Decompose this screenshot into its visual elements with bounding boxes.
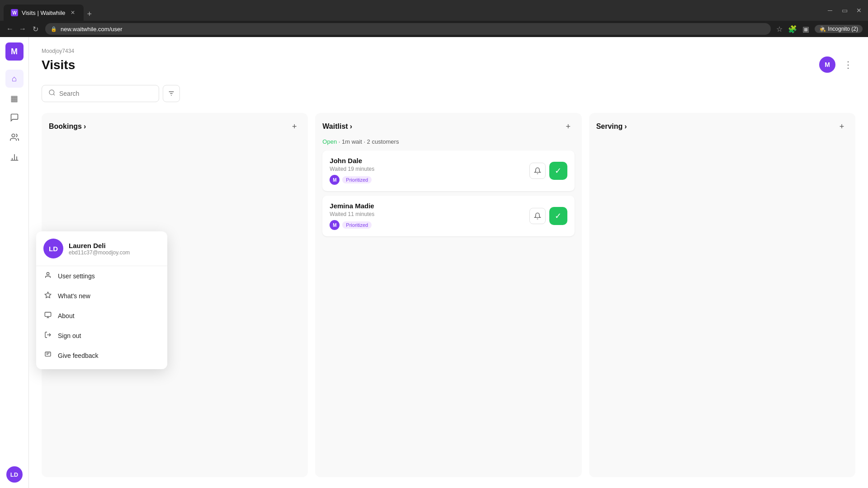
sidebar-item-calendar[interactable]: ▦ bbox=[5, 89, 24, 108]
sign-out-label: Sign out bbox=[58, 332, 81, 339]
dropdown-sign-out[interactable]: Sign out bbox=[36, 326, 167, 346]
svg-line-6 bbox=[53, 94, 55, 95]
user-dropdown-menu: LD Lauren Deli ebd11c37@moodjoy.com User… bbox=[36, 231, 167, 369]
breadcrumb: Moodjoy7434 bbox=[42, 48, 75, 54]
window-controls: ─ ▭ ✕ bbox=[825, 5, 864, 16]
jemina-madie-avatar: M bbox=[330, 220, 340, 230]
svg-marker-11 bbox=[45, 292, 51, 298]
bookings-header: Bookings › + bbox=[49, 120, 301, 133]
about-icon bbox=[43, 311, 52, 320]
jemina-madie-actions: ✓ bbox=[529, 207, 567, 225]
sidebar-bottom: LD bbox=[6, 466, 23, 483]
bookings-add-button[interactable]: + bbox=[288, 120, 301, 133]
search-icon bbox=[48, 89, 56, 98]
give-feedback-label: Give feedback bbox=[58, 352, 99, 359]
jemina-madie-wait: Waited 11 minutes bbox=[330, 211, 529, 217]
url-text: new.waitwhile.com/user bbox=[61, 26, 123, 33]
user-settings-icon bbox=[43, 272, 52, 281]
sidebar-item-analytics[interactable] bbox=[5, 149, 24, 167]
chat-icon bbox=[10, 113, 19, 124]
split-view-icon[interactable]: ▣ bbox=[802, 25, 809, 33]
john-dale-meta: M Prioritized bbox=[330, 175, 529, 185]
tab-favicon: W bbox=[11, 9, 18, 16]
jemina-madie-check-button[interactable]: ✓ bbox=[549, 207, 567, 225]
bookmark-icon[interactable]: ☆ bbox=[776, 25, 783, 33]
dropdown-user-info: LD Lauren Deli ebd11c37@moodjoy.com bbox=[36, 239, 167, 266]
user-settings-label: User settings bbox=[58, 272, 95, 280]
dropdown-whats-new[interactable]: What's new bbox=[36, 286, 167, 306]
waitlist-title[interactable]: Waitlist › bbox=[322, 122, 352, 131]
john-dale-name: John Dale bbox=[330, 157, 529, 164]
search-bar bbox=[42, 85, 855, 102]
sidebar-item-chat[interactable] bbox=[5, 109, 24, 127]
ssl-lock-icon: 🔒 bbox=[51, 26, 57, 32]
serving-add-button[interactable]: + bbox=[835, 120, 848, 133]
john-dale-actions: ✓ bbox=[529, 162, 567, 180]
active-tab[interactable]: W Visits | Waitwhile ✕ bbox=[4, 5, 84, 21]
waitlist-status: Open · 1m wait · 2 customers bbox=[322, 138, 574, 145]
dropdown-give-feedback[interactable]: Give feedback bbox=[36, 346, 167, 366]
dropdown-about[interactable]: About bbox=[36, 306, 167, 326]
dropdown-user-settings[interactable]: User settings bbox=[36, 266, 167, 286]
jemina-madie-meta: M Prioritized bbox=[330, 220, 529, 230]
search-input-wrapper[interactable] bbox=[42, 85, 159, 102]
sidebar-item-home[interactable]: ⌂ bbox=[5, 70, 24, 88]
home-icon: ⌂ bbox=[12, 74, 17, 84]
waitlist-add-button[interactable]: + bbox=[562, 120, 575, 133]
about-label: About bbox=[58, 312, 75, 319]
serving-column: Serving › + bbox=[589, 113, 855, 477]
new-tab-button[interactable]: + bbox=[84, 8, 96, 21]
waitlist-open-badge: Open bbox=[322, 138, 337, 145]
back-button[interactable]: ← bbox=[5, 24, 14, 33]
john-dale-check-button[interactable]: ✓ bbox=[549, 162, 567, 180]
incognito-label: Incognito (2) bbox=[828, 26, 858, 32]
jemina-madie-bell-button[interactable] bbox=[529, 208, 546, 224]
users-icon bbox=[10, 133, 19, 144]
tab-close-btn[interactable]: ✕ bbox=[69, 9, 76, 16]
john-dale-bell-button[interactable] bbox=[529, 163, 546, 179]
url-bar[interactable]: 🔒 new.waitwhile.com/user bbox=[45, 23, 771, 35]
page-title: Visits bbox=[42, 58, 75, 72]
jemina-madie-priority-badge: Prioritized bbox=[342, 221, 372, 229]
jemina-madie-info: Jemina Madie Waited 11 minutes M Priorit… bbox=[330, 202, 529, 230]
filter-button[interactable] bbox=[163, 85, 180, 102]
search-input[interactable] bbox=[59, 90, 152, 97]
more-options-button[interactable]: ⋮ bbox=[841, 57, 855, 72]
svg-point-0 bbox=[12, 134, 15, 137]
john-dale-priority-badge: Prioritized bbox=[342, 176, 372, 183]
close-window-button[interactable]: ✕ bbox=[854, 5, 864, 16]
address-bar: ← → ↻ 🔒 new.waitwhile.com/user ☆ 🧩 ▣ 🕵 I… bbox=[0, 21, 868, 37]
dropdown-user-email: ebd11c37@moodjoy.com bbox=[69, 249, 130, 256]
maximize-button[interactable]: ▭ bbox=[839, 5, 850, 16]
calendar-icon: ▦ bbox=[10, 94, 18, 103]
bookings-title[interactable]: Bookings › bbox=[49, 122, 86, 131]
whats-new-icon bbox=[43, 291, 52, 300]
svg-point-5 bbox=[49, 90, 54, 95]
sign-out-icon bbox=[43, 331, 52, 340]
sidebar: M ⌂ ▦ bbox=[0, 37, 29, 488]
header-user-avatar[interactable]: M bbox=[819, 56, 835, 73]
dropdown-user-name: Lauren Deli bbox=[69, 242, 130, 249]
serving-title[interactable]: Serving › bbox=[596, 122, 627, 131]
waitlist-column: Waitlist › + Open · 1m wait · 2 customer… bbox=[315, 113, 581, 477]
visit-card-jemina-madie: Jemina Madie Waited 11 minutes M Priorit… bbox=[322, 196, 574, 236]
svg-rect-12 bbox=[45, 312, 51, 316]
sidebar-user-avatar[interactable]: LD bbox=[6, 466, 23, 483]
john-dale-wait: Waited 19 minutes bbox=[330, 166, 529, 172]
sidebar-logo[interactable]: M bbox=[5, 42, 24, 61]
incognito-badge[interactable]: 🕵 Incognito (2) bbox=[815, 25, 863, 33]
extensions-icon[interactable]: 🧩 bbox=[788, 25, 797, 33]
page-header: Moodjoy7434 Visits M ⋮ bbox=[42, 48, 855, 81]
forward-button[interactable]: → bbox=[18, 24, 27, 33]
minimize-button[interactable]: ─ bbox=[825, 5, 835, 16]
serving-header: Serving › + bbox=[596, 120, 848, 133]
serving-chevron-icon: › bbox=[624, 122, 627, 131]
sidebar-item-users[interactable] bbox=[5, 129, 24, 147]
reload-button[interactable]: ↻ bbox=[31, 24, 40, 33]
waitlist-header: Waitlist › + bbox=[322, 120, 574, 133]
visit-card-john-dale: John Dale Waited 19 minutes M Prioritize… bbox=[322, 150, 574, 191]
app-container: M ⌂ ▦ bbox=[0, 37, 868, 488]
svg-rect-16 bbox=[45, 352, 51, 356]
analytics-icon bbox=[10, 153, 19, 164]
waitlist-status-detail: · 1m wait · 2 customers bbox=[339, 138, 399, 145]
